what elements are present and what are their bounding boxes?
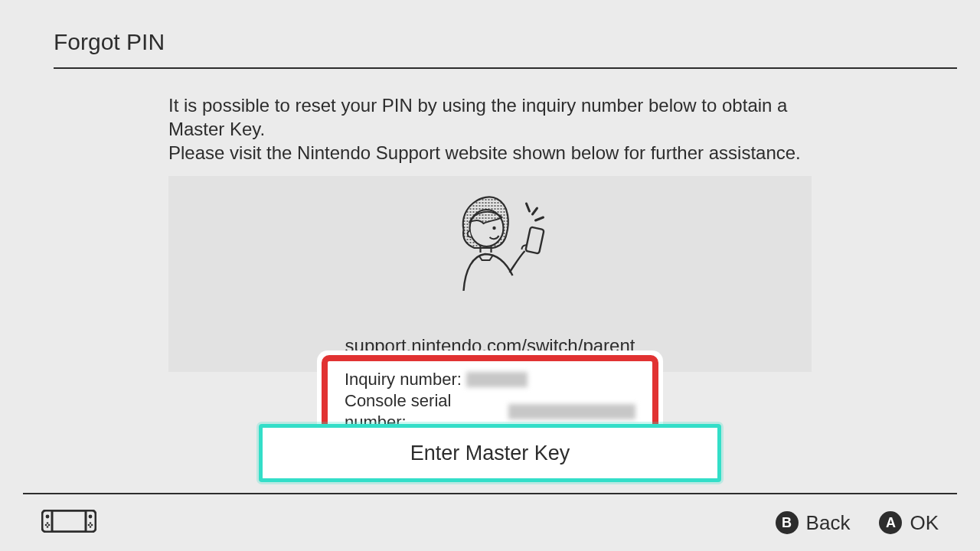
svg-point-10 bbox=[89, 515, 93, 519]
back-action[interactable]: B Back bbox=[776, 511, 851, 535]
content-area: It is possible to reset your PIN by usin… bbox=[168, 93, 812, 372]
footer: B Back A OK bbox=[0, 494, 980, 551]
svg-point-13 bbox=[47, 522, 49, 524]
svg-point-12 bbox=[48, 524, 51, 527]
back-label: Back bbox=[806, 511, 851, 535]
svg-point-14 bbox=[47, 526, 49, 528]
description-line-1: It is possible to reset your PIN by usin… bbox=[168, 95, 787, 139]
svg-line-5 bbox=[533, 208, 537, 214]
inquiry-number-row: Inquiry number: bbox=[345, 369, 635, 390]
svg-point-2 bbox=[492, 226, 495, 229]
svg-point-18 bbox=[90, 526, 92, 528]
person-phone-illustration bbox=[436, 190, 551, 300]
svg-rect-7 bbox=[42, 510, 96, 532]
svg-line-6 bbox=[536, 217, 544, 220]
enter-master-key-label: Enter Master Key bbox=[410, 442, 570, 465]
header: Forgot PIN bbox=[54, 29, 957, 69]
controller-icon bbox=[41, 510, 96, 536]
svg-point-11 bbox=[45, 524, 47, 527]
support-panel: support.nintendo.com/switch/parent bbox=[168, 176, 812, 372]
b-button-icon: B bbox=[776, 511, 799, 534]
svg-rect-3 bbox=[525, 227, 544, 253]
serial-number-value-redacted bbox=[508, 404, 635, 419]
ok-label: OK bbox=[910, 511, 939, 535]
svg-line-4 bbox=[527, 204, 530, 211]
svg-rect-8 bbox=[52, 510, 86, 532]
description-text: It is possible to reset your PIN by usin… bbox=[168, 93, 812, 165]
inquiry-number-value-redacted bbox=[466, 372, 528, 387]
description-line-2: Please visit the Nintendo Support websit… bbox=[168, 142, 801, 163]
footer-actions: B Back A OK bbox=[776, 511, 939, 535]
a-button-icon: A bbox=[879, 511, 902, 534]
svg-point-15 bbox=[88, 524, 90, 527]
ok-action[interactable]: A OK bbox=[879, 511, 939, 535]
svg-point-9 bbox=[46, 515, 50, 519]
inquiry-number-label: Inquiry number: bbox=[345, 369, 462, 390]
svg-point-16 bbox=[91, 524, 93, 527]
svg-point-17 bbox=[90, 522, 92, 524]
page-title: Forgot PIN bbox=[54, 29, 957, 55]
enter-master-key-button[interactable]: Enter Master Key bbox=[259, 424, 721, 482]
